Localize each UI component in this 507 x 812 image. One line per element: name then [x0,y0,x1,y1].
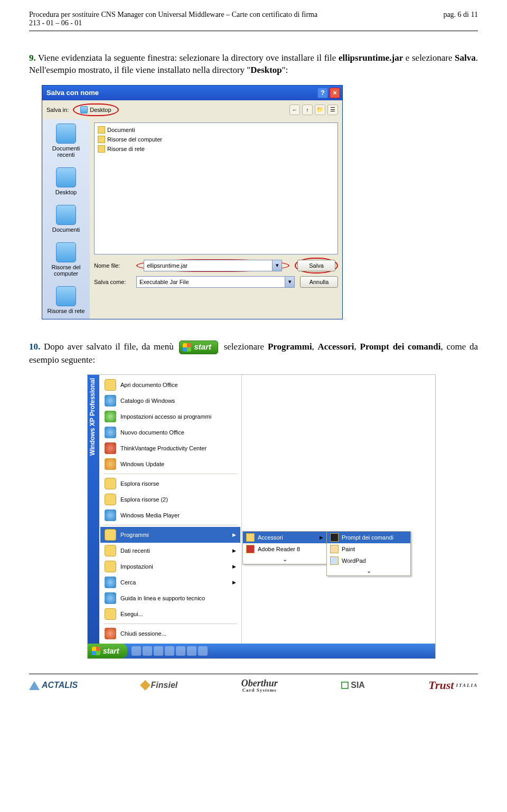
place-desktop[interactable]: Desktop [45,167,87,195]
cancel-button[interactable]: Annulla [300,276,338,288]
network-icon [56,286,76,306]
submenu-item-icon [246,545,255,553]
expand-chevron-icon[interactable]: ⌄ [327,566,410,575]
file-item: Risorse del computer [98,135,334,144]
menu-item-label: Esplora risorse [120,480,159,487]
quicklaunch-icon[interactable] [198,646,208,656]
start-menu-item[interactable]: Windows Media Player [100,507,240,523]
submenu-item[interactable]: Adobe Reader 8 [243,543,326,555]
submenu-item-label: Paint [342,546,355,552]
menu-item-icon [105,608,116,620]
submenu-item[interactable]: Prompt dei comandi [327,532,410,543]
menu-item-icon [105,379,116,391]
folder-icon [98,126,105,134]
quicklaunch-icon[interactable] [143,646,152,656]
menu-item-icon [105,529,116,541]
taskbar-start-button[interactable]: start [88,644,127,658]
saveas-label: Salva come: [94,279,131,285]
submenu-item[interactable]: Accessori▶ [243,532,326,543]
save-button[interactable]: Salva [297,260,335,271]
start-menu-screenshot: Windows XP Professional Apri documento O… [87,374,436,659]
start-menu-item[interactable]: Chiudi sessione... [100,626,240,641]
save-in-label: Salva in: [46,107,69,113]
file-item: Documenti [98,125,334,135]
file-item: Risorse di rete [98,144,334,154]
menu-separator [104,624,237,624]
menu-separator [104,525,237,525]
submenu-item-label: Accessori [258,534,283,541]
header-title-line2: 213 - 01 – 06 - 01 [29,19,317,27]
submenu-arrow-icon: ▶ [232,548,236,553]
menu-item-icon [105,577,116,588]
start-menu-item[interactable]: Windows Update [100,456,240,472]
start-menu-item[interactable]: Cerca▶ [100,574,240,590]
start-menu-item[interactable]: ThinkVantage Productivity Center [100,440,240,456]
start-menu-item[interactable]: Esplora risorse (2) [100,492,240,507]
dropdown-arrow-icon[interactable]: ▾ [285,277,294,287]
dialog-titlebar: Salva con nome ? × [42,86,342,100]
start-menu-item[interactable]: Dati recenti▶ [100,543,240,559]
start-menu-sidebar: Windows XP Professional [88,375,99,644]
submenu-item[interactable]: WordPad [327,555,410,566]
header-title-line1: Procedura per sostituire CNS Manager con… [29,11,317,19]
start-menu-item[interactable]: Guida in linea e supporto tecnico [100,590,240,606]
quicklaunch-icon[interactable] [176,646,185,656]
place-documents[interactable]: Documenti [45,205,87,233]
step-10: 10. Dopo aver salvato il file, da menù s… [29,341,478,366]
submenu-item-icon [330,533,339,542]
menu-item-icon [105,411,116,422]
computer-small-icon [98,136,105,143]
desktop-icon [80,106,88,114]
menu-item-icon [105,395,116,407]
place-recent[interactable]: Documenti recenti [45,124,87,158]
filename-input[interactable]: ellipsruntime.jar ▾ [144,260,282,271]
start-menu-item[interactable]: Apri documento Office [100,377,240,393]
page-footer: ACTALIS Finsiel Oberthur Card Systems SI… [29,674,478,692]
quicklaunch-icon[interactable] [165,646,174,656]
nav-back-icon[interactable]: ← [289,105,300,115]
finsiel-diamond-icon [140,681,151,691]
documents-icon [56,205,76,225]
highlight-ring-filename: ellipsruntime.jar ▾ [136,259,289,272]
submenu-item[interactable]: Paint [327,543,410,555]
place-network[interactable]: Risorse di rete [45,286,87,314]
logo-sia: SIA [341,681,365,690]
quicklaunch-icon[interactable] [154,646,163,656]
submenu-item-label: Adobe Reader 8 [258,546,300,552]
start-submenu-accessori: Prompt dei comandiPaintWordPad⌄ [326,531,411,576]
dropdown-arrow-icon[interactable]: ▾ [272,260,281,271]
quicklaunch-icon[interactable] [132,646,141,656]
nav-up-icon[interactable]: ↑ [302,105,313,115]
highlight-ring-savein: Desktop [73,103,118,116]
recent-docs-icon [56,124,76,144]
start-menu-item[interactable]: Nuovo documento Office [100,424,240,440]
submenu-arrow-icon: ▶ [232,564,236,569]
start-menu-item[interactable]: Programmi▶ [100,527,240,543]
menu-item-icon [105,442,116,454]
file-listing[interactable]: Documenti Risorse del computer Risorse d… [94,122,338,254]
submenu-item-icon [330,545,339,553]
menu-item-label: Windows Update [120,461,164,467]
submenu-item-label: Prompt dei comandi [342,534,393,541]
start-menu-item[interactable]: Catalogo di Windows [100,393,240,409]
help-button[interactable]: ? [317,88,328,98]
saveas-type-select[interactable]: Executable Jar File ▾ [136,276,295,288]
start-menu-item[interactable]: Esegui... [100,606,240,622]
step9-number: 9. [29,53,36,63]
place-computer[interactable]: Risorse del computer [45,242,87,277]
nav-newfolder-icon[interactable]: 📁 [315,105,325,115]
quicklaunch-icon[interactable] [187,646,196,656]
close-button[interactable]: × [330,88,340,98]
start-menu-item[interactable]: Esplora risorse [100,476,240,492]
nav-view-icon[interactable]: ☰ [327,105,338,115]
start-menu-item[interactable]: Impostazioni▶ [100,559,240,574]
menu-item-icon [105,478,116,489]
menu-item-icon [105,592,116,604]
menu-item-label: Windows Media Player [120,512,180,518]
menu-item-label: Esplora risorse (2) [120,496,168,503]
submenu-item-icon [330,556,339,565]
menu-item-label: Nuovo documento Office [120,429,184,436]
start-menu-item[interactable]: Impostazioni accesso ai programmi [100,409,240,424]
expand-chevron-icon[interactable]: ⌄ [243,555,326,564]
save-in-value[interactable]: Desktop [90,107,111,113]
